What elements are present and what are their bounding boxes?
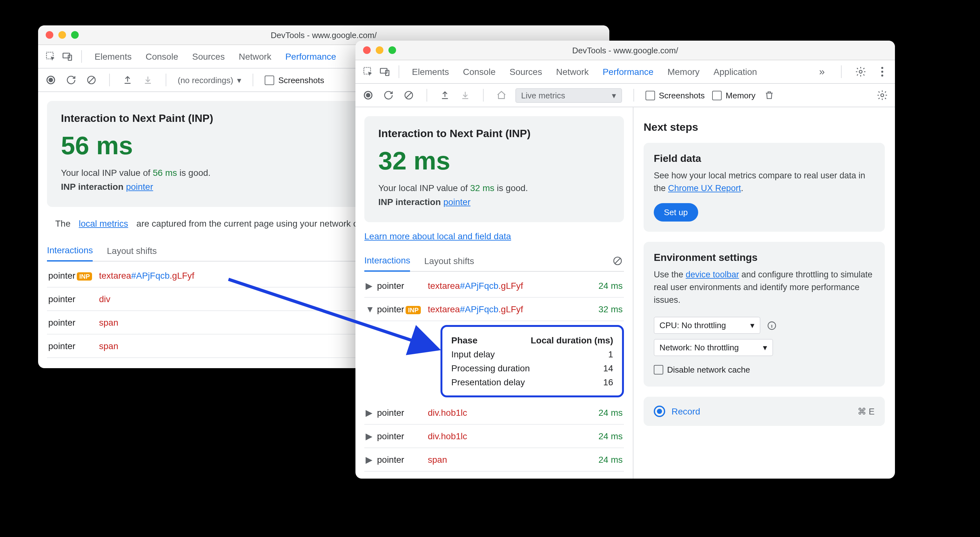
tab-interactions[interactable]: Interactions: [47, 240, 93, 261]
window-title: DevTools - www.google.com/: [38, 30, 609, 40]
duration: 32 ms: [585, 304, 623, 314]
cpu-throttle-select[interactable]: CPU: No throttling▾: [654, 317, 760, 334]
kebab-icon[interactable]: [876, 65, 889, 78]
record-icon[interactable]: [45, 73, 57, 86]
phase-breakdown: PhaseLocal duration (ms)Input delay1Proc…: [441, 325, 624, 397]
selector: textarea#APjFqcb.gLFyf: [428, 280, 585, 291]
disable-cache-checkbox[interactable]: Disable network cache: [654, 365, 750, 375]
interaction-type: pointer: [48, 341, 99, 351]
device-toolbar-icon[interactable]: [61, 50, 74, 63]
expand-caret-icon[interactable]: ▶: [366, 408, 373, 417]
device-toolbar-icon[interactable]: [378, 65, 391, 78]
recordings-select[interactable]: (no recordings)▾: [178, 75, 242, 85]
clear-icon[interactable]: [402, 89, 415, 102]
interaction-type: pointer: [377, 408, 428, 417]
sidebar: Next steps Field data See how your local…: [633, 107, 895, 479]
env-title: Environment settings: [654, 252, 875, 263]
info-icon[interactable]: [765, 319, 778, 332]
next-steps-heading: Next steps: [644, 121, 885, 134]
trash-icon[interactable]: [763, 89, 776, 102]
pointer-link[interactable]: pointer: [443, 197, 471, 207]
device-toolbar-link[interactable]: device toolbar: [686, 269, 739, 279]
local-metrics-link[interactable]: local metrics: [79, 218, 128, 228]
memory-checkbox[interactable]: Memory: [713, 91, 756, 100]
download-icon[interactable]: [142, 73, 154, 86]
more-tabs-icon[interactable]: »: [816, 65, 828, 78]
svg-point-17: [881, 94, 884, 97]
screenshots-checkbox[interactable]: Screenshots: [646, 91, 705, 100]
tab-network[interactable]: Network: [556, 66, 589, 77]
reload-icon[interactable]: [382, 89, 395, 102]
expand-caret-icon[interactable]: ▼: [366, 304, 373, 314]
interaction-row[interactable]: ▶pointerdiv.hob1lc24 ms: [364, 425, 624, 448]
upload-icon[interactable]: [439, 89, 451, 102]
interaction-row[interactable]: ▶pointerdiv.o3j99.qarstb16 ms: [364, 472, 624, 479]
crux-link[interactable]: Chrome UX Report: [668, 184, 741, 193]
tab-network[interactable]: Network: [239, 51, 271, 62]
duration: 16 ms: [585, 478, 623, 479]
env-text: Use the device toolbar and configure thr…: [654, 268, 875, 307]
expand-caret-icon[interactable]: ▶: [366, 454, 373, 465]
tab-application[interactable]: Application: [713, 66, 757, 77]
expand-caret-icon[interactable]: ▶: [366, 478, 373, 479]
svg-point-12: [881, 71, 883, 73]
expand-caret-icon[interactable]: ▶: [366, 280, 373, 291]
duration: 24 ms: [585, 280, 623, 291]
home-icon[interactable]: [495, 89, 508, 102]
tab-elements[interactable]: Elements: [95, 51, 132, 62]
tab-performance[interactable]: Performance: [603, 66, 654, 77]
tab-console[interactable]: Console: [463, 66, 496, 77]
download-icon[interactable]: [459, 89, 472, 102]
tab-sources[interactable]: Sources: [509, 66, 542, 77]
settings-icon[interactable]: [854, 65, 867, 78]
record-button[interactable]: Record: [654, 406, 700, 417]
clear-icon[interactable]: [85, 73, 98, 86]
env-settings-card: Environment settings Use the device tool…: [644, 242, 885, 387]
upload-icon[interactable]: [121, 73, 134, 86]
svg-point-10: [859, 70, 862, 73]
duration: 24 ms: [585, 431, 623, 441]
tab-elements[interactable]: Elements: [412, 66, 449, 77]
live-metrics-select[interactable]: Live metrics▾: [515, 88, 622, 102]
field-data-card: Field data See how your local metrics co…: [644, 143, 885, 231]
clear-list-icon[interactable]: [611, 254, 624, 267]
tab-layout-shifts[interactable]: Layout shifts: [424, 250, 474, 271]
tab-performance[interactable]: Performance: [285, 51, 336, 62]
record-shortcut: ⌘ E: [858, 406, 875, 417]
interaction-row[interactable]: ▼pointerINPtextarea#APjFqcb.gLFyf32 ms: [364, 298, 624, 321]
settings-icon[interactable]: [876, 89, 889, 102]
interaction-row[interactable]: ▶pointerspan24 ms: [364, 448, 624, 472]
tab-console[interactable]: Console: [146, 51, 178, 62]
record-icon[interactable]: [362, 89, 374, 102]
selector: textarea#APjFqcb.gLFyf: [428, 304, 585, 314]
tab-interactions[interactable]: Interactions: [364, 250, 410, 272]
setup-button[interactable]: Set up: [654, 203, 698, 221]
inp-interaction: INP interaction pointer: [378, 197, 610, 207]
tab-memory[interactable]: Memory: [667, 66, 700, 77]
svg-point-11: [881, 67, 883, 69]
interaction-tabs: Interactions Layout shifts: [364, 250, 624, 272]
inspect-icon[interactable]: [362, 65, 374, 78]
selector: div.o3j99.qarstb: [428, 478, 585, 479]
tab-layout-shifts[interactable]: Layout shifts: [107, 240, 157, 261]
expand-caret-icon[interactable]: ▶: [366, 431, 373, 441]
svg-rect-1: [63, 53, 70, 58]
interaction-row[interactable]: ▶pointerdiv.hob1lc24 ms: [364, 401, 624, 425]
inp-badge: INP: [406, 306, 421, 314]
screenshots-checkbox[interactable]: Screenshots: [265, 75, 325, 85]
interaction-type: pointer: [377, 478, 428, 479]
inp-sentence: Your local INP value of 32 ms is good.: [378, 183, 610, 193]
interaction-row[interactable]: ▶pointertextarea#APjFqcb.gLFyf24 ms: [364, 274, 624, 298]
pointer-link[interactable]: pointer: [126, 182, 153, 192]
interaction-type: pointer: [377, 280, 428, 291]
window-title: DevTools - www.google.com/: [355, 45, 895, 55]
inspect-icon[interactable]: [45, 50, 57, 63]
devtools-window-right: DevTools - www.google.com/ ElementsConso…: [355, 41, 895, 479]
network-throttle-select[interactable]: Network: No throttling▾: [654, 339, 773, 356]
tab-sources[interactable]: Sources: [192, 51, 225, 62]
selector: div.hob1lc: [428, 408, 585, 417]
learn-more-link[interactable]: Learn more about local and field data: [364, 231, 511, 241]
panel-tabs: ElementsConsoleSourcesNetworkPerformance…: [355, 60, 895, 84]
reload-icon[interactable]: [65, 73, 78, 86]
interaction-type: pointer: [48, 294, 99, 304]
